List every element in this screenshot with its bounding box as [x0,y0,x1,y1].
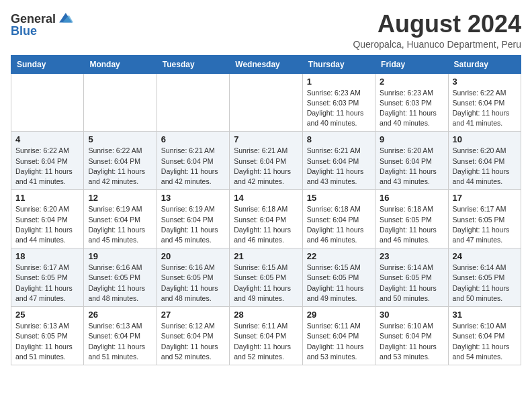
day-info: Sunrise: 6:15 AMSunset: 6:05 PMDaylight:… [307,263,371,304]
day-info: Sunrise: 6:19 AMSunset: 6:04 PMDaylight:… [161,204,225,245]
table-row: 15Sunrise: 6:18 AMSunset: 6:04 PMDayligh… [302,190,375,248]
logo: General Blue [11,11,73,38]
table-row: 3Sunrise: 6:22 AMSunset: 6:04 PMDaylight… [448,73,521,132]
day-number: 8 [307,134,371,144]
day-number: 24 [453,251,517,261]
day-number: 14 [234,193,298,203]
calendar-week-row: 4Sunrise: 6:22 AMSunset: 6:04 PMDaylight… [11,132,521,190]
day-info: Sunrise: 6:18 AMSunset: 6:05 PMDaylight:… [380,204,443,245]
table-row: 12Sunrise: 6:19 AMSunset: 6:04 PMDayligh… [84,190,157,248]
table-row: 16Sunrise: 6:18 AMSunset: 6:05 PMDayligh… [375,190,448,248]
table-row: 14Sunrise: 6:18 AMSunset: 6:04 PMDayligh… [230,190,302,248]
table-row: 25Sunrise: 6:13 AMSunset: 6:05 PMDayligh… [11,307,84,365]
day-number: 28 [234,310,298,320]
day-number: 23 [380,251,443,261]
col-tuesday: Tuesday [157,55,229,73]
day-number: 25 [15,310,79,320]
day-number: 15 [307,193,371,203]
day-number: 18 [15,251,79,261]
col-monday: Monday [84,55,157,73]
table-row [11,73,84,132]
col-thursday: Thursday [302,55,375,73]
day-info: Sunrise: 6:20 AMSunset: 6:04 PMDaylight:… [15,204,79,245]
col-saturday: Saturday [448,55,521,73]
day-info: Sunrise: 6:13 AMSunset: 6:05 PMDaylight:… [15,321,79,362]
calendar-week-row: 18Sunrise: 6:17 AMSunset: 6:05 PMDayligh… [11,248,521,307]
day-info: Sunrise: 6:17 AMSunset: 6:05 PMDaylight:… [15,263,79,304]
table-row: 24Sunrise: 6:14 AMSunset: 6:05 PMDayligh… [448,248,521,307]
logo-blue-text: Blue [11,24,37,38]
day-info: Sunrise: 6:19 AMSunset: 6:04 PMDaylight:… [88,204,152,245]
day-number: 9 [380,134,443,144]
table-row: 28Sunrise: 6:11 AMSunset: 6:04 PMDayligh… [230,307,302,365]
day-number: 30 [380,310,443,320]
day-number: 16 [380,193,443,203]
table-row: 30Sunrise: 6:10 AMSunset: 6:04 PMDayligh… [375,307,448,365]
weekday-header-row: Sunday Monday Tuesday Wednesday Thursday… [11,55,521,73]
location-subtitle: Queropalca, Huanuco Department, Peru [353,39,521,50]
table-row: 2Sunrise: 6:23 AMSunset: 6:03 PMDaylight… [375,73,448,132]
col-friday: Friday [375,55,448,73]
col-sunday: Sunday [11,55,84,73]
table-row: 27Sunrise: 6:12 AMSunset: 6:04 PMDayligh… [157,307,229,365]
day-number: 11 [15,193,79,203]
table-row: 6Sunrise: 6:21 AMSunset: 6:04 PMDaylight… [157,132,229,190]
day-info: Sunrise: 6:23 AMSunset: 6:03 PMDaylight:… [307,88,371,129]
day-number: 26 [88,310,152,320]
day-info: Sunrise: 6:10 AMSunset: 6:04 PMDaylight:… [453,321,517,362]
day-number: 20 [161,251,225,261]
day-info: Sunrise: 6:21 AMSunset: 6:04 PMDaylight:… [161,146,225,187]
table-row: 21Sunrise: 6:15 AMSunset: 6:05 PMDayligh… [230,248,302,307]
table-row: 31Sunrise: 6:10 AMSunset: 6:04 PMDayligh… [448,307,521,365]
day-number: 7 [234,134,298,144]
table-row: 10Sunrise: 6:20 AMSunset: 6:04 PMDayligh… [448,132,521,190]
day-info: Sunrise: 6:22 AMSunset: 6:04 PMDaylight:… [453,88,517,129]
day-info: Sunrise: 6:11 AMSunset: 6:04 PMDaylight:… [234,321,298,362]
title-block: August 2024 Queropalca, Huanuco Departme… [353,11,521,50]
table-row [230,73,302,132]
day-number: 29 [307,310,371,320]
day-info: Sunrise: 6:14 AMSunset: 6:05 PMDaylight:… [453,263,517,304]
table-row: 29Sunrise: 6:11 AMSunset: 6:04 PMDayligh… [302,307,375,365]
day-info: Sunrise: 6:22 AMSunset: 6:04 PMDaylight:… [15,146,79,187]
day-number: 2 [380,77,443,87]
logo-icon [57,11,73,27]
day-number: 17 [453,193,517,203]
day-info: Sunrise: 6:13 AMSunset: 6:04 PMDaylight:… [88,321,152,362]
day-number: 3 [453,77,517,87]
day-info: Sunrise: 6:16 AMSunset: 6:05 PMDaylight:… [88,263,152,304]
day-info: Sunrise: 6:21 AMSunset: 6:04 PMDaylight:… [234,146,298,187]
day-info: Sunrise: 6:20 AMSunset: 6:04 PMDaylight:… [453,146,517,187]
table-row: 13Sunrise: 6:19 AMSunset: 6:04 PMDayligh… [157,190,229,248]
day-number: 1 [307,77,371,87]
day-info: Sunrise: 6:18 AMSunset: 6:04 PMDaylight:… [234,204,298,245]
table-row: 8Sunrise: 6:21 AMSunset: 6:04 PMDaylight… [302,132,375,190]
page-header: General Blue August 2024 Queropalca, Hua… [11,11,521,50]
day-info: Sunrise: 6:20 AMSunset: 6:04 PMDaylight:… [380,146,443,187]
day-number: 27 [161,310,225,320]
col-wednesday: Wednesday [230,55,302,73]
day-number: 22 [307,251,371,261]
table-row: 26Sunrise: 6:13 AMSunset: 6:04 PMDayligh… [84,307,157,365]
day-number: 4 [15,134,79,144]
day-number: 6 [161,134,225,144]
table-row: 20Sunrise: 6:16 AMSunset: 6:05 PMDayligh… [157,248,229,307]
table-row: 4Sunrise: 6:22 AMSunset: 6:04 PMDaylight… [11,132,84,190]
day-info: Sunrise: 6:11 AMSunset: 6:04 PMDaylight:… [307,321,371,362]
table-row: 7Sunrise: 6:21 AMSunset: 6:04 PMDaylight… [230,132,302,190]
table-row: 18Sunrise: 6:17 AMSunset: 6:05 PMDayligh… [11,248,84,307]
day-number: 5 [88,134,152,144]
calendar-week-row: 1Sunrise: 6:23 AMSunset: 6:03 PMDaylight… [11,73,521,132]
calendar-table: Sunday Monday Tuesday Wednesday Thursday… [11,55,521,365]
table-row: 9Sunrise: 6:20 AMSunset: 6:04 PMDaylight… [375,132,448,190]
day-number: 31 [453,310,517,320]
day-info: Sunrise: 6:16 AMSunset: 6:05 PMDaylight:… [161,263,225,304]
day-info: Sunrise: 6:12 AMSunset: 6:04 PMDaylight:… [161,321,225,362]
day-info: Sunrise: 6:15 AMSunset: 6:05 PMDaylight:… [234,263,298,304]
table-row: 17Sunrise: 6:17 AMSunset: 6:05 PMDayligh… [448,190,521,248]
month-year-title: August 2024 [353,11,521,38]
day-number: 12 [88,193,152,203]
day-number: 13 [161,193,225,203]
table-row: 22Sunrise: 6:15 AMSunset: 6:05 PMDayligh… [302,248,375,307]
calendar-week-row: 11Sunrise: 6:20 AMSunset: 6:04 PMDayligh… [11,190,521,248]
